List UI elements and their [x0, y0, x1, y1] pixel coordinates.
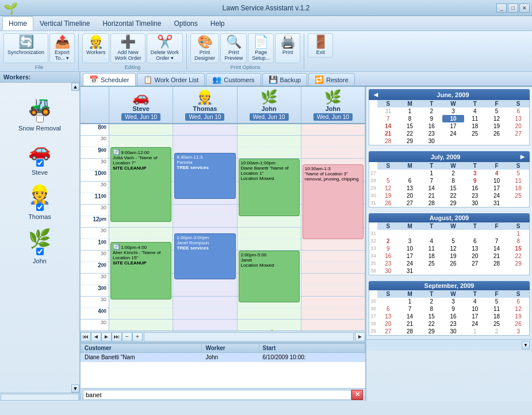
appt-john2-1[interactable]: 10:30am-1:3"Name of Location 3"removal, …	[303, 164, 363, 239]
cal-day[interactable]: 10	[486, 177, 508, 185]
cal-day[interactable]: 30	[420, 137, 442, 145]
cal-day[interactable]: 16	[377, 252, 399, 260]
cal-day[interactable]: 6	[399, 177, 421, 185]
cal-day[interactable]: 1	[507, 230, 529, 237]
cal-day[interactable]: 22	[507, 252, 529, 260]
cal-day[interactable]: 28	[420, 199, 442, 207]
cal-day[interactable]: 27	[464, 260, 486, 267]
cal-day[interactable]: 4	[464, 298, 486, 305]
minimize-button[interactable]: _	[496, 3, 507, 13]
cal-day[interactable]: 30	[464, 199, 486, 207]
cal-day[interactable]: 9	[442, 305, 464, 313]
horizontal-scrollbar[interactable]	[1, 394, 79, 401]
cal-day[interactable]: 24	[442, 130, 464, 137]
cal-day[interactable]: 5	[486, 107, 508, 115]
nav-last-button[interactable]: ⏭	[112, 332, 122, 341]
cal-day[interactable]: 25	[486, 320, 508, 328]
cal-day[interactable]: 4	[464, 107, 486, 115]
cal-day[interactable]: 1	[420, 170, 442, 177]
nav-first-button[interactable]: ⏮	[81, 332, 91, 341]
cal-day[interactable]: 11	[486, 305, 508, 313]
cal-day[interactable]: 14	[420, 185, 442, 192]
cal-day[interactable]: 29	[507, 260, 529, 267]
cal-day[interactable]: 5	[507, 170, 529, 177]
nav-prev-button[interactable]: ◄	[91, 332, 101, 341]
tab-backup[interactable]: 💾 Backup	[262, 73, 308, 86]
cal-day[interactable]: 16	[442, 313, 464, 320]
scroll-down-button[interactable]: ▼	[71, 385, 79, 393]
menu-help[interactable]: Help	[204, 16, 231, 30]
scroll-right-button[interactable]: ►	[355, 332, 365, 341]
cal-day[interactable]: 11	[507, 177, 529, 185]
cal-day[interactable]: 28	[486, 260, 508, 267]
scroll-up-button[interactable]: ▲	[71, 83, 79, 91]
cal-day[interactable]: 29	[420, 328, 442, 335]
cal-day[interactable]: 28	[399, 328, 421, 335]
tab-work-order-list[interactable]: 📋 Work Order List	[137, 73, 205, 86]
cal-day[interactable]: 27	[399, 199, 421, 207]
cal-day[interactable]: 15	[507, 245, 529, 252]
cal-day[interactable]: 6	[507, 107, 529, 115]
cal-day[interactable]: 29	[399, 137, 421, 145]
cal-day[interactable]: 3	[442, 107, 464, 115]
menu-vertical-timeline[interactable]: Vertical Timeline	[33, 16, 96, 30]
cal-next-button[interactable]: ►	[519, 152, 526, 161]
appt-john1-1[interactable]: 10:00am-1:00pmDiane Banetti "Name of Loc…	[239, 159, 300, 216]
cal-day[interactable]: 16	[464, 185, 486, 192]
john-checkbox[interactable]	[36, 248, 44, 255]
cal-day[interactable]: 26	[507, 320, 529, 328]
cal-day[interactable]: 22	[399, 130, 421, 137]
cal-day[interactable]: 23	[420, 130, 442, 137]
cal-day[interactable]: 8	[442, 177, 464, 185]
cal-day[interactable]: 24	[464, 320, 486, 328]
appt-john1-2[interactable]: 2:00pm-5:00JanetLocation Mowed	[239, 251, 300, 302]
cal-day[interactable]: 3	[442, 298, 464, 305]
cal-day[interactable]: 19	[442, 252, 464, 260]
cal-day[interactable]: 19	[486, 122, 508, 130]
cal-day[interactable]: 24	[486, 192, 508, 199]
cal-day[interactable]: 17	[464, 313, 486, 320]
zoom-in-button[interactable]: +	[132, 332, 143, 341]
cal-day[interactable]: 11	[420, 245, 442, 252]
zoom-out-button[interactable]: −	[122, 332, 132, 341]
cal-day[interactable]: 21	[399, 320, 421, 328]
cal-day[interactable]: 27	[507, 130, 529, 137]
workers-scroll[interactable]: 🚜 Snow Removal 🚗 Steve 👷 Thomas 🌿 John	[0, 91, 79, 385]
cal-day[interactable]: 30	[442, 328, 464, 335]
tab-scheduler[interactable]: 📅 Scheduler	[83, 73, 136, 86]
cal-day[interactable]: 1	[399, 298, 421, 305]
cal-day[interactable]: 2	[442, 170, 464, 177]
cal-day[interactable]: 3	[399, 237, 421, 245]
thomas-checkbox[interactable]	[36, 203, 44, 211]
cal-day[interactable]: 15	[399, 122, 421, 130]
cal-day[interactable]: 18	[486, 313, 508, 320]
cal-day[interactable]: 12	[442, 245, 464, 252]
menu-horizontal-timeline[interactable]: Horizontal Timeline	[96, 16, 167, 30]
cal-day[interactable]: 13	[464, 245, 486, 252]
cal-day[interactable]: 7	[399, 305, 421, 313]
cal-day[interactable]: 2	[486, 328, 508, 335]
menu-home[interactable]: Home	[2, 16, 33, 30]
cal-day[interactable]: 19	[377, 192, 399, 199]
cal-day[interactable]: 7	[420, 177, 442, 185]
cal-day[interactable]: 15	[420, 313, 442, 320]
cal-day[interactable]: 26	[442, 260, 464, 267]
cal-day[interactable]: 5	[442, 237, 464, 245]
cal-day[interactable]: 8	[507, 237, 529, 245]
cal-day[interactable]: 26	[377, 199, 399, 207]
cal-day[interactable]: 24	[399, 260, 421, 267]
page-setup-button[interactable]: 📄 PageSetup...	[248, 33, 274, 63]
cal-day[interactable]: 14	[377, 122, 399, 130]
cal-day[interactable]: 12	[507, 305, 529, 313]
steve-checkbox[interactable]	[36, 159, 44, 167]
cal-day[interactable]: 25	[420, 260, 442, 267]
cal-day[interactable]: 30	[377, 267, 399, 275]
search-clear-button[interactable]: ✕	[351, 390, 363, 400]
cal-day[interactable]: 17	[442, 122, 464, 130]
cal-day[interactable]: 31	[377, 107, 399, 115]
cal-day[interactable]: 27	[377, 328, 399, 335]
appt-thomas-1[interactable]: 9:30am-11:3PamelaTREE services	[174, 153, 235, 199]
cal-day[interactable]: 2	[420, 298, 442, 305]
cal-day[interactable]: 23	[377, 260, 399, 267]
tab-restore[interactable]: 🔁 Restore	[308, 73, 355, 86]
